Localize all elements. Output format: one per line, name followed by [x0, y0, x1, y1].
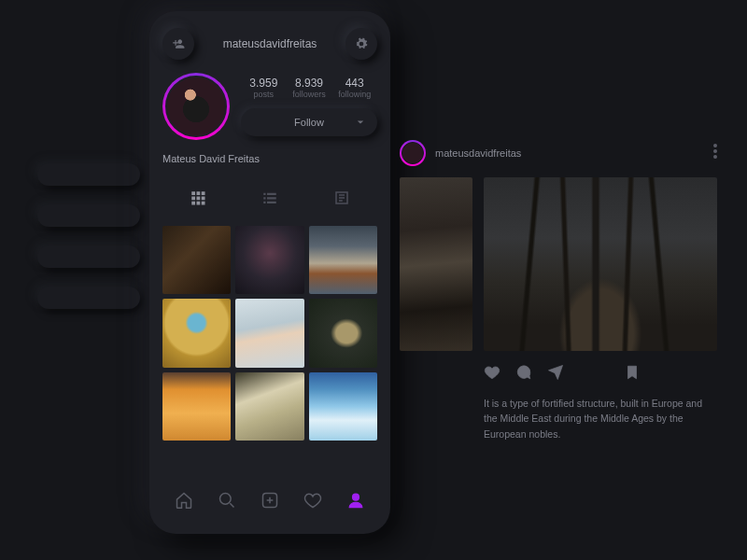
add-friend-button[interactable] — [162, 28, 194, 60]
bookmark-icon — [624, 364, 641, 381]
photo-thumbnail[interactable] — [309, 372, 377, 441]
home-icon — [175, 491, 193, 510]
stat-label: posts — [241, 90, 287, 99]
like-button[interactable] — [484, 364, 500, 385]
ghost-bar — [37, 287, 140, 309]
stat-value: 8.939 — [287, 77, 332, 90]
photo-thumbnail[interactable] — [309, 299, 377, 367]
profile-card: mateusdavidfreitas 3.959 posts 8.939 fol… — [149, 11, 390, 534]
comment-button[interactable] — [515, 364, 532, 385]
add-user-icon — [172, 37, 185, 50]
tab-grid[interactable] — [179, 185, 217, 211]
avatar-image — [165, 76, 227, 137]
nav-activity[interactable] — [303, 491, 322, 510]
photo-grid — [162, 226, 377, 441]
svg-point-5 — [713, 155, 717, 159]
background-decoration — [37, 163, 140, 328]
gear-icon — [355, 37, 368, 50]
stat-label: followers — [287, 90, 332, 99]
bottom-nav — [162, 478, 377, 523]
stat-value: 443 — [331, 77, 377, 90]
stat-posts[interactable]: 3.959 posts — [241, 77, 287, 99]
top-bar: mateusdavidfreitas — [162, 28, 377, 60]
ghost-bar — [37, 204, 140, 227]
send-icon — [547, 364, 564, 381]
svg-point-0 — [220, 494, 232, 505]
avatar[interactable] — [162, 73, 230, 140]
stat-following[interactable]: 443 following — [331, 77, 377, 99]
plus-square-icon — [261, 491, 279, 510]
photo-thumbnail[interactable] — [162, 372, 231, 441]
search-icon — [218, 491, 236, 510]
profile-header: 3.959 posts 8.939 followers 443 followin… — [162, 73, 377, 140]
post-more-button[interactable] — [713, 144, 717, 162]
ghost-bar — [37, 245, 140, 268]
follow-label: Follow — [294, 117, 324, 128]
post-avatar[interactable] — [400, 140, 426, 166]
svg-point-4 — [713, 149, 717, 153]
svg-point-3 — [713, 144, 717, 147]
chevron-down-icon — [357, 117, 364, 128]
photo-thumbnail[interactable] — [235, 299, 303, 367]
comment-icon — [515, 364, 532, 381]
header-username: mateusdavidfreitas — [223, 37, 317, 50]
heart-icon — [484, 364, 500, 381]
stats-row: 3.959 posts 8.939 followers 443 followin… — [241, 77, 377, 99]
nav-profile[interactable] — [346, 491, 365, 510]
post-image-prev[interactable] — [400, 177, 472, 351]
photo-thumbnail[interactable] — [309, 226, 377, 294]
post-detail: mateusdavidfreitas It is a type of forti… — [400, 140, 717, 441]
post-image-main[interactable] — [484, 177, 717, 351]
list-icon — [261, 189, 278, 206]
grid-icon — [190, 189, 206, 206]
dots-vertical-icon — [713, 144, 717, 159]
id-card-icon — [333, 189, 350, 206]
post-username[interactable]: mateusdavidfreitas — [435, 147, 521, 159]
display-name: Mateus David Freitas — [162, 153, 377, 164]
stat-value: 3.959 — [241, 77, 287, 90]
person-icon — [346, 491, 365, 510]
tab-list[interactable] — [251, 185, 289, 211]
bookmark-button[interactable] — [624, 364, 641, 385]
follow-button[interactable]: Follow — [241, 108, 377, 136]
settings-button[interactable] — [345, 28, 377, 60]
photo-thumbnail[interactable] — [162, 226, 231, 294]
photo-thumbnail[interactable] — [235, 226, 303, 294]
ghost-bar — [37, 163, 140, 186]
heart-icon — [303, 491, 322, 510]
nav-search[interactable] — [218, 491, 236, 510]
post-header: mateusdavidfreitas — [400, 140, 717, 166]
photo-thumbnail[interactable] — [162, 299, 231, 367]
stat-label: following — [331, 90, 377, 99]
post-images — [400, 177, 717, 351]
post-actions — [484, 364, 717, 385]
share-button[interactable] — [547, 364, 564, 385]
stat-followers[interactable]: 8.939 followers — [287, 77, 332, 99]
view-tabs — [162, 179, 377, 217]
nav-add[interactable] — [261, 491, 279, 510]
svg-point-2 — [353, 494, 359, 500]
nav-home[interactable] — [175, 491, 193, 510]
photo-thumbnail[interactable] — [235, 372, 303, 441]
tab-tagged[interactable] — [323, 185, 360, 211]
post-caption: It is a type of fortified structure, bui… — [484, 396, 715, 441]
